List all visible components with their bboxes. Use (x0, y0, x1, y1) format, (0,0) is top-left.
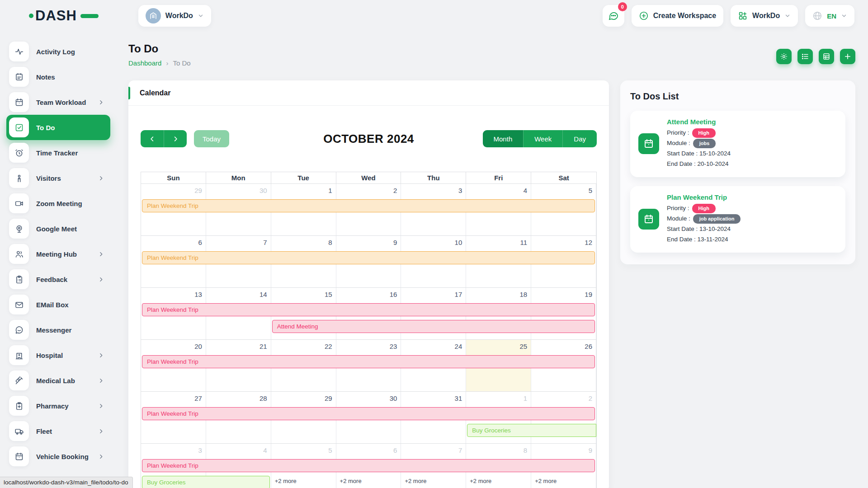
calendar-week-row: 293012345Plan Weekend Trip (141, 183, 596, 235)
day-header-mon: Mon (206, 172, 271, 183)
more-events-link[interactable]: +2 more (340, 478, 362, 484)
calendar-event-buy-groceries[interactable]: Buy Groceries (467, 424, 596, 437)
truck-icon (9, 421, 29, 441)
workdo-menu-label: WorkDo (752, 12, 780, 20)
alarm-clock-icon (9, 143, 29, 163)
chevron-right-icon (98, 99, 104, 105)
sidebar-item-messenger[interactable]: Messenger (6, 317, 110, 343)
sidebar-item-google-meet[interactable]: Google Meet (6, 216, 110, 241)
language-selector[interactable]: EN (805, 5, 854, 27)
chat-icon (608, 10, 619, 21)
status-bar-url: localhost/workdo-dash-v3/main_file/todo/… (0, 477, 133, 488)
sidebar-item-label: To Do (36, 124, 55, 131)
todo-module-line: Module :job application (667, 214, 741, 224)
sidebar-item-hospital[interactable]: Hospital (6, 343, 110, 368)
person-icon (9, 168, 29, 188)
calendar-icon (638, 209, 659, 230)
chevron-right-icon (98, 428, 104, 434)
globe-icon (812, 11, 822, 21)
list-view-button[interactable] (797, 49, 813, 64)
prev-month-button[interactable] (141, 130, 164, 147)
todos-panel-title: To Dos List (630, 91, 845, 102)
clipboard-icon (9, 269, 29, 289)
sidebar-item-feedback[interactable]: Feedback (6, 267, 110, 292)
todo-title-link[interactable]: Plan Weekend Trip (667, 193, 741, 201)
calendar-view-switcher: MonthWeekDay (483, 130, 597, 147)
today-button[interactable]: Today (194, 130, 229, 147)
chevron-right-icon (98, 175, 104, 181)
calendar-event-plan-weekend-trip[interactable]: Plan Weekend Trip (142, 303, 595, 316)
workspace-switcher[interactable]: WorkDo (138, 5, 211, 27)
sidebar-item-meeting-hub[interactable]: Meeting Hub (6, 241, 110, 267)
todo-title-link[interactable]: Attend Meeting (667, 118, 731, 126)
calendar-view-button[interactable] (819, 49, 834, 64)
sidebar-item-label: Notes (36, 73, 55, 81)
add-todo-button[interactable] (840, 49, 855, 64)
calendar-event-plan-weekend-trip[interactable]: Plan Weekend Trip (142, 459, 595, 472)
chat-button[interactable]: 0 (603, 5, 624, 27)
calendar-event-plan-weekend-trip[interactable]: Plan Weekend Trip (142, 251, 595, 264)
day-header-tue: Tue (271, 172, 336, 183)
module-badge: job application (693, 214, 741, 224)
squares-plus-icon (738, 11, 748, 21)
sidebar-item-team-workload[interactable]: Team Workload (6, 89, 110, 115)
create-workspace-button[interactable]: Create Workspace (632, 5, 723, 27)
todo-start-date: Start Date : 15-10-2024 (667, 149, 731, 159)
more-events-link[interactable]: +2 more (275, 478, 297, 484)
chevron-right-icon (98, 352, 104, 358)
calendar-event-plan-weekend-trip[interactable]: Plan Weekend Trip (142, 199, 595, 212)
view-day-button[interactable]: Day (562, 130, 597, 147)
workspace-avatar (146, 8, 161, 23)
webcam-icon (9, 219, 29, 239)
todo-end-date: End Date : 13-11-2024 (667, 235, 741, 244)
view-week-button[interactable]: Week (523, 130, 562, 147)
view-month-button[interactable]: Month (483, 130, 524, 147)
calendar-event-plan-weekend-trip[interactable]: Plan Weekend Trip (142, 407, 595, 420)
settings-button[interactable] (776, 49, 792, 64)
sidebar-item-email-box[interactable]: EMail Box (6, 292, 110, 317)
todo-card-body: Plan Weekend TripPriority :HighModule :j… (667, 193, 741, 245)
sidebar-item-activity-log[interactable]: Activity Log (6, 39, 110, 64)
envelope-icon (9, 295, 29, 314)
more-events-link[interactable]: +2 more (535, 478, 557, 484)
calendar-card-header: Calendar (128, 80, 609, 106)
sidebar-item-label: Messenger (36, 326, 71, 334)
sidebar-item-visitors[interactable]: Visitors (6, 165, 110, 191)
todo-card-attend-meeting: Attend MeetingPriority :HighModule :jobs… (630, 111, 845, 177)
todo-start-date: Start Date : 13-10-2024 (667, 225, 741, 234)
sidebar-item-label: Meeting Hub (36, 250, 77, 258)
calendar-week-row: 13141516171819Plan Weekend TripAttend Me… (141, 287, 596, 339)
more-events-link[interactable]: +2 more (470, 478, 491, 484)
sidebar-item-label: Medical Lab (36, 377, 75, 385)
topbar-actions: 0 Create Workspace WorkDo EN (603, 5, 854, 27)
app-logo[interactable]: DASH (29, 8, 99, 24)
calendar-event-plan-weekend-trip[interactable]: Plan Weekend Trip (142, 355, 595, 368)
sidebar-item-pharmacy[interactable]: Pharmacy (6, 393, 110, 418)
day-header-thu: Thu (401, 172, 466, 183)
page-actions (776, 49, 855, 64)
day-headers-row: SunMonTueWedThuFriSat (141, 172, 596, 183)
day-header-fri: Fri (466, 172, 531, 183)
language-code: EN (827, 12, 836, 20)
workdo-menu-button[interactable]: WorkDo (731, 5, 798, 27)
next-month-button[interactable] (164, 130, 187, 147)
sidebar-item-medical-lab[interactable]: Medical Lab (6, 368, 110, 393)
todo-module-line: Module :jobs (667, 139, 731, 148)
todo-priority-line: Priority :High (667, 204, 741, 213)
sidebar-item-fleet[interactable]: Fleet (6, 418, 110, 444)
sidebar-item-zoom-meeting[interactable]: Zoom Meeting (6, 191, 110, 216)
sidebar-item-label: Team Workload (36, 99, 86, 106)
sidebar-item-notes[interactable]: Notes (6, 64, 110, 89)
calendar-event-attend-meeting[interactable]: Attend Meeting (272, 320, 595, 333)
todo-card-plan-weekend-trip: Plan Weekend TripPriority :HighModule :j… (630, 186, 845, 253)
sidebar-item-to-do[interactable]: To Do (6, 115, 110, 140)
hospital-icon (9, 345, 29, 365)
sidebar-item-label: Fleet (36, 427, 52, 435)
breadcrumb-dashboard-link[interactable]: Dashboard (128, 59, 161, 67)
more-events-link[interactable]: +2 more (405, 478, 426, 484)
sidebar-item-vehicle-booking[interactable]: Vehicle Booking (6, 444, 110, 469)
calendar-event-buy-groceries[interactable]: Buy Groceries (142, 476, 270, 488)
chevron-right-icon (98, 454, 104, 460)
sidebar-item-time-tracker[interactable]: Time Tracker (6, 140, 110, 165)
sidebar-item-label: EMail Box (36, 301, 69, 309)
